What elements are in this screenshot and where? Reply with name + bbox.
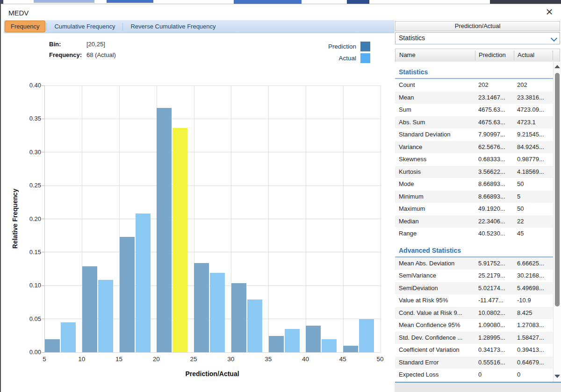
x-tick-label: 40 [296, 356, 315, 363]
stat-name: Sum [399, 106, 475, 113]
prediction-value: 62.5676... [478, 143, 515, 150]
stat-name: Std. Dev. Confidence ... [399, 334, 475, 341]
stat-name: Count [399, 81, 475, 88]
table-row-count[interactable]: Count202202 [395, 79, 553, 92]
section-title-advanced-statistics: Advanced Statistics [395, 245, 553, 257]
x-axis-title: Prediction/Actual [44, 370, 380, 378]
actual-value: 9.21545... [517, 131, 551, 138]
table-row-sum[interactable]: Sum4675.63...4723.09... [395, 104, 553, 116]
background-fragment [490, 0, 561, 4]
bar-prediction-bin-0[interactable] [45, 339, 60, 352]
table-row-coefficient-of-variation[interactable]: Coefficient of Variation0.34173...0.3941… [395, 344, 553, 356]
table-row-mode[interactable]: Mode8.66893...50 [395, 178, 553, 191]
table-row-standard-deviation[interactable]: Standard Deviation7.90997...9.21545... [395, 128, 553, 141]
stat-name: Mode [399, 180, 475, 187]
stat-name: SemiDeviation [399, 285, 475, 292]
background-fragment [0, 0, 3, 4]
section-title-statistics: Statistics [395, 67, 553, 79]
table-row-cond-value-at-risk-9[interactable]: Cond. Value at Risk 9...10.0802...8.425 [395, 307, 553, 320]
actual-value: 50 [517, 205, 551, 212]
y-tick-label: 0.20 [19, 215, 41, 223]
bar-actual-bin-6[interactable] [285, 329, 300, 352]
scroll-down-icon[interactable] [554, 375, 560, 378]
actual-value: 1.27083... [517, 321, 551, 328]
frequency-label: Frequency: [49, 51, 82, 58]
bar-actual-bin-7[interactable] [322, 339, 337, 352]
table-row-kurtosis[interactable]: Kurtosis3.56622...4.18569... [395, 166, 553, 178]
tab-frequency[interactable]: Frequency [5, 21, 45, 32]
scroll-up-icon[interactable] [554, 65, 560, 68]
prediction-value: 1.28995... [478, 334, 515, 341]
bar-prediction-bin-2[interactable] [120, 237, 135, 352]
bar-prediction-bin-4[interactable] [194, 263, 209, 352]
table-row-mean[interactable]: Mean23.1467...23.3816... [395, 92, 553, 104]
panel-bottom-strip [395, 383, 561, 392]
prediction-value: 0.68333... [478, 156, 515, 163]
bar-actual-bin-8[interactable] [359, 319, 374, 352]
prediction-value: 3.56622... [478, 168, 515, 175]
bar-actual-bin-0[interactable] [61, 322, 76, 352]
bar-prediction-bin-8[interactable] [343, 346, 358, 352]
table-row-maximum[interactable]: Maximum49.1920...50 [395, 203, 553, 215]
y-tick-mark [42, 319, 44, 319]
stat-name: Expected Loss [399, 371, 475, 378]
gridline-vertical [381, 86, 381, 352]
table-row-mean-abs-deviation[interactable]: Mean Abs. Deviation5.91752...6.66625... [395, 257, 553, 270]
bar-actual-bin-2[interactable] [136, 214, 151, 352]
actual-value: 0.39413... [517, 346, 551, 353]
prediction-value: 1.09080... [478, 321, 515, 328]
background-fragment [107, 0, 153, 3]
bar-prediction-bin-5[interactable] [231, 283, 246, 352]
statistics-dropdown[interactable]: Statistics [395, 32, 560, 44]
prediction-value: 7.90997... [478, 131, 515, 138]
stat-name: Standard Deviation [399, 131, 475, 138]
x-tick-label: 45 [333, 356, 352, 363]
bar-prediction-bin-1[interactable] [82, 266, 97, 352]
table-row-expected-loss[interactable]: Expected Loss00 [395, 369, 553, 381]
bar-actual-bin-1[interactable] [98, 280, 113, 352]
prediction-value: 10.0802... [478, 309, 515, 316]
stat-name: Median [399, 218, 475, 225]
stat-name: Skewness [399, 156, 475, 163]
stat-name: Abs. Sum [399, 119, 475, 126]
x-axis-tick-labels: 5101520253035404550 [44, 356, 380, 365]
table-row-abs-sum[interactable]: Abs. Sum4675.63...4723.1 [395, 116, 553, 129]
tab-reverse-cumulative-frequency[interactable]: Reverse Cumulative Frequency [124, 21, 222, 32]
scrollbar-thumb[interactable] [555, 73, 560, 306]
table-row-std-dev-confidence[interactable]: Std. Dev. Confidence ...1.28995...1.5842… [395, 332, 553, 344]
column-header-prediction[interactable]: Prediction [479, 51, 506, 58]
y-tick-label: 0.30 [19, 148, 41, 157]
bar-actual-bin-5[interactable] [247, 299, 262, 352]
close-icon[interactable]: × [542, 4, 556, 19]
column-header-actual[interactable]: Actual [518, 51, 534, 58]
table-row-value-at-risk-95[interactable]: Value at Risk 95%-11.477...-10.9 [395, 294, 553, 307]
stat-name: Range [399, 230, 475, 237]
tab-cumulative-frequency[interactable]: Cumulative Frequency [48, 21, 122, 32]
table-row-median[interactable]: Median22.3406...22 [395, 215, 553, 228]
dropdown-button[interactable] [549, 33, 560, 44]
bar-actual-bin-4[interactable] [210, 273, 225, 352]
table-row-variance[interactable]: Variance62.5676...84.9245... [395, 141, 553, 154]
prediction-value: 0.55516... [478, 359, 515, 366]
table-row-standard-error[interactable]: Standard Error0.55516...0.64679... [395, 356, 553, 369]
column-separator [514, 50, 514, 60]
table-row-mean-confidence-95[interactable]: Mean Confidence 95%1.09080...1.27083... [395, 319, 553, 332]
table-row-range[interactable]: Range40.5230...45 [395, 228, 553, 240]
bar-prediction-bin-6[interactable] [269, 336, 284, 352]
table-row-minimum[interactable]: Minimum8.66893...5 [395, 191, 553, 203]
table-row-semivariance[interactable]: SemiVariance25.2179...30.2168... [395, 270, 553, 282]
x-tick-label: 10 [72, 356, 91, 363]
table-scrollbar [553, 62, 561, 382]
bar-actual-bin-3[interactable] [173, 128, 187, 352]
column-header-name[interactable]: Name [399, 51, 416, 58]
y-tick-label: 0.40 [19, 81, 41, 90]
actual-value: 30.2168... [517, 272, 551, 279]
bar-prediction-bin-7[interactable] [306, 326, 321, 352]
gridline-horizontal [45, 86, 381, 86]
chart-legend: PredictionActual [281, 41, 370, 64]
table-row-skewness[interactable]: Skewness0.68333...0.98779... [395, 153, 553, 166]
gridline-vertical [306, 86, 306, 352]
bar-prediction-bin-3[interactable] [157, 108, 172, 352]
table-row-semideviation[interactable]: SemiDeviation5.02174...5.49698... [395, 282, 553, 295]
prediction-value: 5.91752... [478, 260, 515, 267]
